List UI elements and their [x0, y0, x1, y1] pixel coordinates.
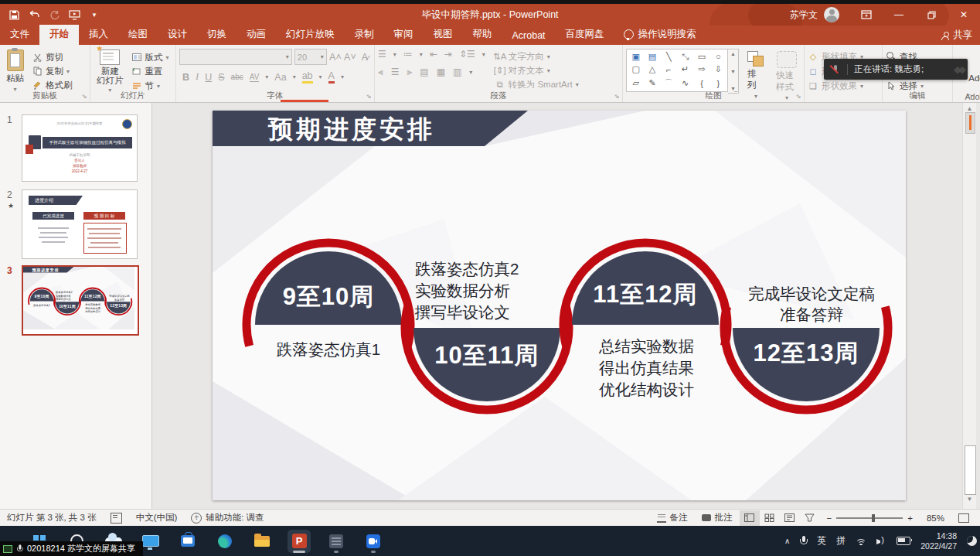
paragraph-dialog-launcher[interactable]: ⇘ — [613, 93, 621, 101]
font-name-combobox[interactable]: ▾ — [179, 49, 292, 65]
scroll-down-icon[interactable]: ▼ — [965, 496, 975, 503]
strikethrough-button[interactable]: S — [218, 72, 224, 83]
slide-number-indicator[interactable]: 幻灯片 第 3 张, 共 3 张 — [0, 512, 104, 524]
font-color-button[interactable]: A — [328, 70, 335, 84]
customize-qat-icon[interactable]: ▾ — [88, 9, 100, 21]
increase-indent-button[interactable]: ⇥ — [444, 49, 452, 60]
taskbar-meeting-app-button[interactable] — [362, 530, 385, 553]
zoom-in-button[interactable]: + — [907, 513, 920, 523]
taskbar-edge-button[interactable] — [213, 530, 236, 553]
underline-button[interactable]: U — [205, 72, 212, 83]
tab-draw[interactable]: 绘图 — [118, 25, 158, 45]
slide-thumbnail-3-selected[interactable] — [22, 265, 139, 336]
shape-elbow-arrow-icon[interactable]: ↵ — [682, 64, 689, 74]
new-slide-button[interactable]: 新建 幻灯片▾ — [94, 49, 127, 94]
tray-clock[interactable]: 14:38 2022/4/27 — [920, 531, 957, 551]
zoom-slider[interactable] — [836, 517, 903, 519]
minimize-button[interactable]: — — [883, 4, 915, 26]
shape-line-icon[interactable]: ╲ — [666, 52, 672, 62]
accessibility-checker[interactable]: ☥辅助功能: 调查 — [184, 512, 271, 524]
shape-round-rect-icon[interactable]: ▢ — [631, 64, 639, 74]
shape-scribble-icon[interactable]: ✎ — [648, 78, 655, 88]
shape-arc-icon[interactable]: ⌒ — [665, 77, 673, 89]
comments-toggle[interactable]: 批注 — [695, 512, 740, 524]
undo-icon[interactable] — [28, 9, 40, 21]
shape-vtextbox-icon[interactable]: ▤ — [648, 52, 656, 62]
shape-gallery[interactable]: ▣ ▤ ╲ ⤡ ▭ ○ ▢ △ ⌐ ↵ ⇨ ⇩ ▱ ✎ ⌒ ∿ { — [626, 49, 728, 92]
tab-record[interactable]: 录制 — [345, 25, 384, 45]
taskbar-running-app-button[interactable] — [325, 530, 348, 553]
slide-canvas-area[interactable] — [152, 103, 962, 509]
tab-design[interactable]: 设计 — [158, 25, 197, 45]
shape-right-arrow-icon[interactable]: ⇨ — [698, 64, 705, 74]
restore-button[interactable] — [915, 4, 948, 26]
save-icon[interactable] — [8, 9, 20, 21]
change-case-button[interactable]: Aa — [274, 72, 286, 83]
slide-sorter-view-button[interactable] — [760, 510, 780, 526]
notes-toggle[interactable]: 备注 — [650, 512, 695, 524]
tab-transitions[interactable]: 切换 — [197, 25, 236, 45]
increase-font-icon[interactable]: A˄ — [329, 52, 342, 63]
wifi-icon[interactable] — [856, 537, 866, 545]
spell-check-button[interactable] — [104, 513, 129, 524]
shape-curve-icon[interactable]: ∿ — [682, 78, 689, 88]
start-slideshow-icon[interactable] — [68, 9, 80, 21]
taskbar-store-button[interactable] — [176, 530, 199, 553]
clipboard-dialog-launcher[interactable]: ⇘ — [80, 93, 88, 101]
normal-view-button[interactable] — [740, 510, 760, 526]
align-left-button[interactable]: ⫷ — [378, 67, 383, 77]
zoom-level[interactable]: 85% — [920, 513, 951, 523]
ime-pinyin-indicator[interactable]: 拼 — [836, 534, 846, 547]
fit-slide-button[interactable] — [951, 513, 980, 523]
numbering-button[interactable]: ≔ — [403, 49, 413, 60]
shape-triangle-icon[interactable]: △ — [649, 64, 655, 74]
tab-home[interactable]: 开始 — [39, 25, 79, 45]
convert-smartart-button[interactable]: ⧉转换为 SmartArt▾ — [495, 77, 579, 91]
reading-view-button[interactable] — [780, 510, 800, 526]
slideshow-view-button[interactable] — [800, 510, 820, 526]
tell-me-search[interactable]: 操作说明搜索 — [614, 25, 706, 45]
tab-review[interactable]: 审阅 — [384, 25, 424, 45]
decrease-indent-button[interactable]: ⇤ — [430, 49, 437, 60]
shape-arrow-icon[interactable]: ⤡ — [682, 52, 689, 62]
shape-freeform-icon[interactable]: ▱ — [632, 78, 638, 88]
text-shadow-button[interactable]: abc — [231, 73, 243, 81]
taskbar-file-explorer-button[interactable] — [250, 530, 274, 553]
ribbon-display-options-icon[interactable] — [850, 4, 883, 26]
columns-button[interactable]: ▥ — [453, 67, 461, 77]
decrease-font-icon[interactable]: A˅ — [344, 52, 356, 63]
vertical-scrollbar[interactable]: ▲ ▼ — [962, 103, 976, 509]
tab-slideshow[interactable]: 幻灯片放映 — [276, 25, 345, 45]
text-direction-button[interactable]: ⇅A文字方向▾ — [495, 49, 579, 63]
tab-acrobat[interactable]: Acrobat — [502, 27, 556, 45]
align-right-button[interactable]: ⫸ — [407, 67, 413, 77]
tab-insert[interactable]: 插入 — [79, 25, 118, 45]
paste-button[interactable]: 粘贴▾ — [3, 49, 27, 94]
line-spacing-button[interactable]: ⇕☰ — [459, 49, 475, 60]
zoom-slider-knob[interactable] — [872, 514, 875, 522]
shape-effects-button[interactable]: ❏形状效果▾ — [808, 79, 879, 93]
shape-down-arrow-icon[interactable]: ⇩ — [715, 64, 722, 74]
collapse-ribbon-icon[interactable]: ︿ — [966, 89, 974, 100]
italic-button[interactable]: I — [196, 71, 199, 83]
layout-button[interactable]: 版式▾ — [131, 50, 169, 64]
bold-button[interactable]: B — [182, 72, 189, 83]
font-size-combobox[interactable]: 20▾ — [294, 49, 327, 65]
highlight-color-button[interactable]: ab — [302, 70, 313, 84]
redo-icon[interactable] — [48, 9, 60, 21]
shape-rect-icon[interactable]: ▭ — [698, 52, 706, 62]
shape-brace-right-icon[interactable]: } — [716, 79, 720, 88]
font-dialog-launcher[interactable]: ⇘ — [365, 93, 373, 101]
tab-animations[interactable]: 动画 — [236, 25, 276, 45]
account-name[interactable]: 苏学文 — [790, 9, 818, 22]
justify-button[interactable]: ▤ — [420, 67, 428, 77]
shape-gallery-scrollbar[interactable]: ▲▼▼̲ — [728, 49, 739, 94]
slide-thumbnail-2[interactable]: 进度介绍 已完成进度 预 期 目 标 — [22, 189, 138, 259]
distributed-button[interactable]: ▦ — [437, 67, 445, 77]
ime-english-indicator[interactable]: 英 — [817, 534, 826, 547]
battery-icon[interactable] — [897, 537, 910, 545]
reset-button[interactable]: 重置 — [131, 65, 169, 79]
tray-overflow-icon[interactable]: ∧ — [784, 537, 790, 545]
character-spacing-button[interactable]: AV — [250, 73, 260, 82]
tray-microphone-icon[interactable] — [800, 536, 807, 546]
